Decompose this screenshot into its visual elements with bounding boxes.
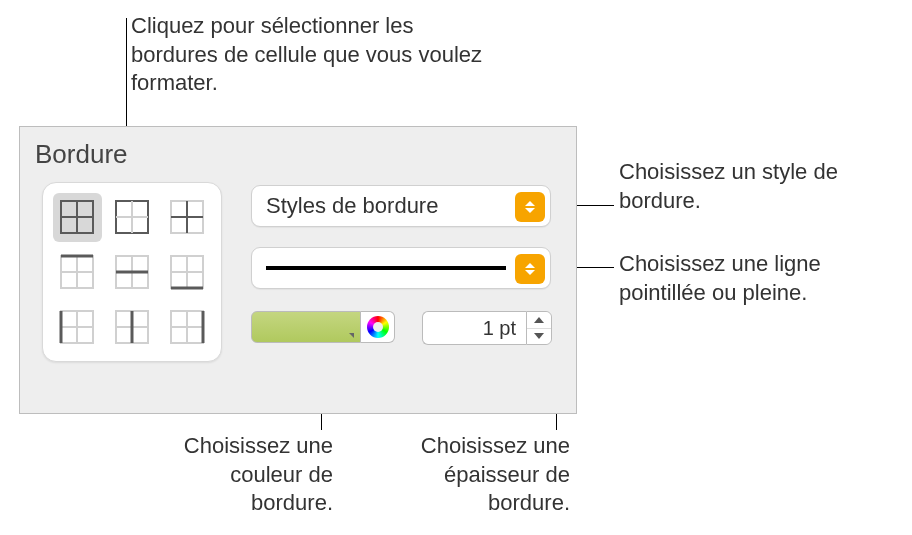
border-panel: Bordure — [19, 126, 577, 414]
border-all[interactable] — [53, 193, 102, 242]
color-picker-button[interactable] — [361, 311, 395, 343]
chevron-down-icon — [349, 333, 354, 338]
border-style-label: Styles de bordure — [266, 193, 438, 219]
border-left[interactable] — [53, 302, 102, 351]
border-line-type-popup[interactable] — [251, 247, 551, 289]
border-selection-grid — [42, 182, 222, 362]
border-vertical-middle[interactable] — [108, 302, 157, 351]
border-bottom[interactable] — [162, 248, 211, 297]
popup-indicator-icon — [515, 254, 545, 284]
border-thickness-field: 1 pt — [422, 311, 552, 345]
border-color-well[interactable] — [251, 311, 361, 343]
stepper-up[interactable] — [527, 312, 551, 329]
popup-indicator-icon — [515, 192, 545, 222]
callout-color: Choisissez une couleur de bordure. — [158, 432, 333, 518]
border-top[interactable] — [53, 248, 102, 297]
callout-line-type: Choisissez une ligne pointillée ou plein… — [619, 250, 909, 307]
solid-line-sample — [266, 266, 506, 270]
stepper-down[interactable] — [527, 329, 551, 345]
thickness-stepper — [526, 311, 552, 345]
thickness-value: 1 pt — [483, 317, 516, 340]
border-horizontal-middle[interactable] — [108, 248, 157, 297]
section-label: Bordure — [35, 139, 128, 170]
border-right[interactable] — [162, 302, 211, 351]
color-controls — [251, 311, 395, 343]
callout-border-grid: Cliquez pour sélectionner les bordures d… — [131, 12, 491, 98]
border-style-popup[interactable]: Styles de bordure — [251, 185, 551, 227]
color-wheel-icon — [367, 316, 389, 338]
border-thickness-input[interactable]: 1 pt — [422, 311, 526, 345]
border-inner[interactable] — [162, 193, 211, 242]
callout-style: Choisissez un style de bordure. — [619, 158, 899, 215]
callout-thickness: Choisissez une épaisseur de bordure. — [380, 432, 570, 518]
border-outer[interactable] — [108, 193, 157, 242]
